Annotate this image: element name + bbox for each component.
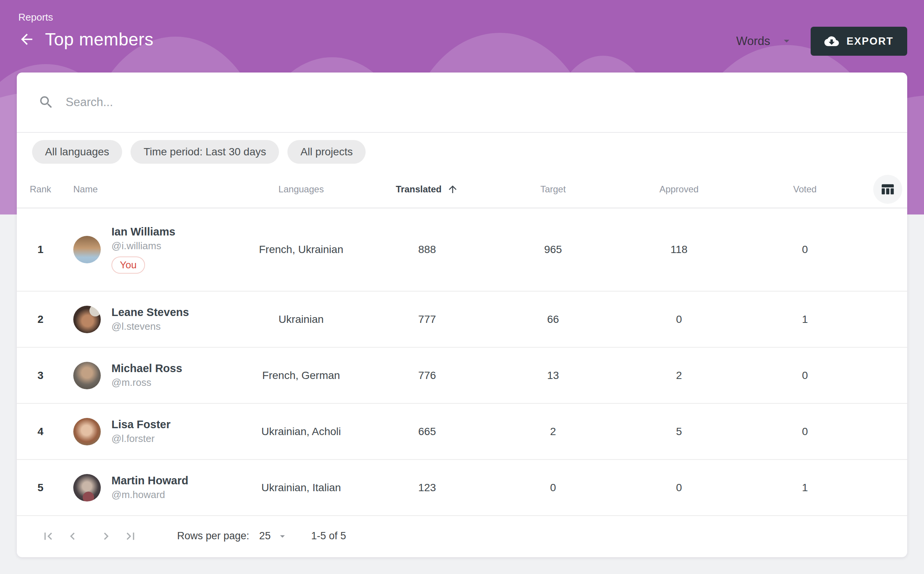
voted-cell: 0: [742, 426, 868, 438]
rank-cell: 1: [17, 243, 64, 256]
member-username: @m.howard: [111, 489, 188, 501]
translated-cell: 665: [364, 426, 490, 438]
header-actions: Words EXPORT: [736, 27, 907, 56]
you-badge: You: [111, 256, 145, 274]
filter-time-period[interactable]: Time period: Last 30 days: [131, 140, 279, 164]
column-header-approved[interactable]: Approved: [616, 184, 742, 195]
export-button[interactable]: EXPORT: [811, 27, 907, 56]
approved-cell: 5: [616, 426, 742, 438]
member-name: Martin Howard: [111, 474, 188, 487]
avatar: [73, 418, 101, 445]
chevron-right-icon: [99, 529, 113, 543]
translated-cell: 888: [364, 243, 490, 256]
export-button-label: EXPORT: [847, 35, 893, 47]
previous-page-button[interactable]: [60, 524, 85, 548]
column-header-languages[interactable]: Languages: [238, 184, 364, 195]
table-header: Rank Name Languages Translated Target Ap…: [17, 171, 907, 208]
member-name: Ian Williams: [111, 226, 175, 238]
languages-cell: French, German: [238, 369, 364, 382]
approved-cell: 0: [616, 313, 742, 326]
table-row: 4 Lisa Foster @l.forster Ukrainian, Acho…: [17, 404, 907, 460]
member-link[interactable]: Ian Williams @i.williams You: [111, 226, 175, 273]
member-link[interactable]: Michael Ross @m.ross: [111, 362, 182, 388]
last-page-button[interactable]: [118, 524, 143, 548]
target-cell: 965: [490, 243, 616, 256]
member-link[interactable]: Leane Stevens @l.stevens: [111, 306, 189, 332]
avatar: [73, 236, 101, 263]
target-cell: 0: [490, 482, 616, 494]
rank-cell: 2: [17, 313, 64, 326]
filter-all-languages[interactable]: All languages: [32, 140, 122, 164]
languages-cell: Ukrainian, Acholi: [238, 426, 364, 438]
page: Reports Top members Words EXPORT All lan…: [0, 0, 924, 574]
member-link[interactable]: Lisa Foster @l.forster: [111, 418, 171, 444]
rank-cell: 5: [17, 482, 64, 494]
pagination-bar: Rows per page: 25 1-5 of 5: [17, 516, 907, 556]
column-header-translated[interactable]: Translated: [364, 184, 490, 195]
member-username: @l.stevens: [111, 321, 189, 332]
translated-cell: 123: [364, 482, 490, 494]
target-cell: 2: [490, 426, 616, 438]
unit-selector[interactable]: Words: [736, 34, 811, 48]
column-header-rank[interactable]: Rank: [17, 184, 64, 195]
arrow-left-icon: [18, 31, 35, 48]
voted-cell: 0: [742, 243, 868, 256]
breadcrumb: Reports: [18, 11, 53, 23]
approved-cell: 2: [616, 369, 742, 382]
column-header-voted[interactable]: Voted: [742, 184, 868, 195]
approved-cell: 0: [616, 482, 742, 494]
languages-cell: Ukrainian: [238, 313, 364, 326]
rank-cell: 3: [17, 369, 64, 382]
unit-selector-value: Words: [736, 34, 770, 48]
member-name: Lisa Foster: [111, 418, 171, 431]
member-link[interactable]: Martin Howard @m.howard: [111, 474, 188, 500]
sort-arrow-up-icon: [447, 184, 458, 195]
member-username: @i.williams: [111, 240, 175, 252]
search-icon: [38, 94, 54, 110]
table-row: 2 Leane Stevens @l.stevens Ukrainian 777…: [17, 292, 907, 348]
search-bar: [17, 73, 907, 133]
avatar: [73, 474, 101, 501]
search-input[interactable]: [65, 95, 907, 110]
pagination-range: 1-5 of 5: [311, 530, 346, 542]
configure-columns-button[interactable]: [873, 175, 902, 204]
member-username: @m.ross: [111, 377, 182, 389]
rank-cell: 4: [17, 426, 64, 438]
title-row: Top members: [17, 29, 153, 50]
back-button[interactable]: [17, 29, 37, 49]
column-header-translated-label: Translated: [396, 184, 442, 195]
approved-cell: 118: [616, 243, 742, 256]
report-card: All languages Time period: Last 30 days …: [17, 73, 907, 557]
filter-all-projects[interactable]: All projects: [287, 140, 366, 164]
rows-per-page-label: Rows per page:: [177, 530, 249, 542]
table-row: 3 Michael Ross @m.ross French, German 77…: [17, 348, 907, 404]
member-username: @l.forster: [111, 433, 171, 445]
page-title: Top members: [45, 29, 153, 50]
cloud-download-icon: [824, 34, 839, 48]
rows-per-page-select[interactable]: 25: [259, 530, 288, 542]
translated-cell: 777: [364, 313, 490, 326]
column-header-name[interactable]: Name: [64, 184, 238, 195]
target-cell: 66: [490, 313, 616, 326]
voted-cell: 1: [742, 482, 868, 494]
filter-chips: All languages Time period: Last 30 days …: [17, 133, 907, 171]
first-page-icon: [41, 529, 55, 543]
first-page-button[interactable]: [36, 524, 60, 548]
translated-cell: 776: [364, 369, 490, 382]
member-name: Leane Stevens: [111, 306, 189, 319]
rows-per-page-value: 25: [259, 530, 271, 542]
triangle-down-icon: [277, 530, 288, 542]
languages-cell: Ukrainian, Italian: [238, 482, 364, 494]
languages-cell: French, Ukrainian: [238, 243, 364, 256]
last-page-icon: [123, 529, 138, 543]
chevron-down-icon: [780, 34, 793, 48]
table-columns-icon: [880, 182, 895, 197]
column-header-target[interactable]: Target: [490, 184, 616, 195]
table-row: 1 Ian Williams @i.williams You French, U…: [17, 208, 907, 292]
member-name: Michael Ross: [111, 362, 182, 375]
avatar: [73, 306, 101, 333]
voted-cell: 0: [742, 369, 868, 382]
next-page-button[interactable]: [94, 524, 118, 548]
table-row: 5 Martin Howard @m.howard Ukrainian, Ita…: [17, 460, 907, 516]
target-cell: 13: [490, 369, 616, 382]
